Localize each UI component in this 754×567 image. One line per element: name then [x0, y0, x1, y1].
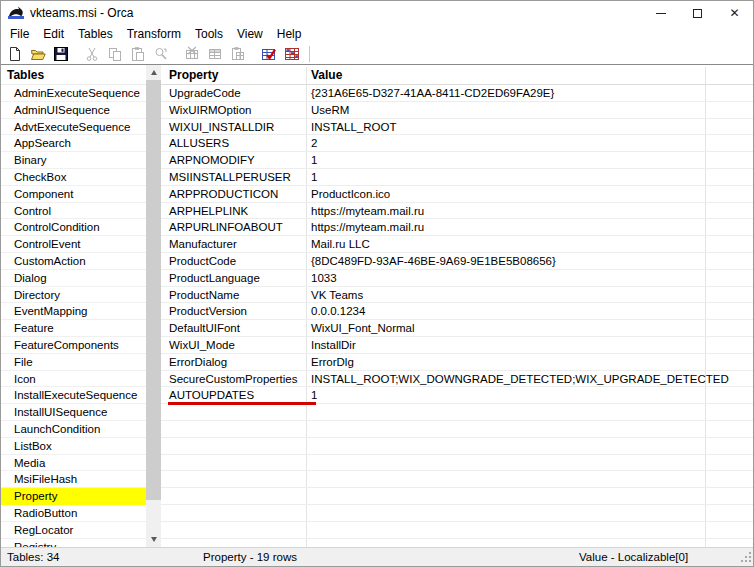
- sidebar-item-launchcondition[interactable]: LaunchCondition: [1, 421, 146, 438]
- sidebar-item-dialog[interactable]: Dialog: [1, 270, 146, 287]
- menu-tables[interactable]: Tables: [71, 26, 120, 42]
- property-cell[interactable]: ARPHELPLINK: [161, 203, 306, 220]
- sidebar-item-eventmapping[interactable]: EventMapping: [1, 303, 146, 320]
- value-cell[interactable]: 1: [306, 152, 317, 169]
- table-row[interactable]: ALLUSERS2: [161, 135, 753, 152]
- property-cell[interactable]: WixUI_Mode: [161, 337, 306, 354]
- sidebar-item-adminexecutesequence[interactable]: AdminExecuteSequence: [1, 85, 146, 102]
- property-cell[interactable]: SecureCustomProperties: [161, 371, 306, 388]
- sidebar-item-directory[interactable]: Directory: [1, 287, 146, 304]
- property-cell[interactable]: WixUIRMOption: [161, 102, 306, 119]
- table-row[interactable]: ManufacturerMail.ru LLC: [161, 236, 753, 253]
- value-cell[interactable]: ProductIcon.ico: [306, 186, 390, 203]
- tables-list[interactable]: AdminExecuteSequenceAdminUISequenceAdvtE…: [1, 85, 146, 547]
- sidebar-item-controlcondition[interactable]: ControlCondition: [1, 219, 146, 236]
- open-folder-icon[interactable]: [30, 46, 46, 62]
- close-button[interactable]: ✕: [716, 1, 753, 25]
- sidebar-item-control[interactable]: Control: [1, 203, 146, 220]
- value-cell[interactable]: INSTALL_ROOT;WIX_DOWNGRADE_DETECTED;WIX_…: [306, 371, 729, 388]
- sidebar-item-binary[interactable]: Binary: [1, 152, 146, 169]
- scroll-down-icon[interactable]: [146, 532, 161, 547]
- sidebar-scrollbar[interactable]: [146, 65, 161, 547]
- property-cell[interactable]: ARPNOMODIFY: [161, 152, 306, 169]
- table-row[interactable]: WixUIRMOptionUseRM: [161, 102, 753, 119]
- value-cell[interactable]: Mail.ru LLC: [306, 236, 370, 253]
- value-cell[interactable]: {8DC489FD-93AF-46BE-9A69-9E1BE5B08656}: [306, 253, 556, 270]
- table-row[interactable]: UpgradeCode{231A6E65-D327-41AA-8411-CD2E…: [161, 85, 753, 102]
- maximize-button[interactable]: [679, 1, 716, 25]
- property-cell[interactable]: MSIINSTALLPERUSER: [161, 169, 306, 186]
- table-row[interactable]: WixUI_ModeInstallDir: [161, 337, 753, 354]
- validate-icon[interactable]: [261, 46, 277, 62]
- table-row[interactable]: ProductCode{8DC489FD-93AF-46BE-9A69-9E1B…: [161, 253, 753, 270]
- property-cell[interactable]: ProductCode: [161, 253, 306, 270]
- value-cell[interactable]: 1033: [306, 270, 337, 287]
- sidebar-item-reglocator[interactable]: RegLocator: [1, 522, 146, 539]
- paste-icon[interactable]: [130, 46, 146, 62]
- find-icon[interactable]: [153, 46, 169, 62]
- property-cell[interactable]: ErrorDialog: [161, 354, 306, 371]
- column-header-property[interactable]: Property: [169, 68, 218, 82]
- title-bar[interactable]: vkteams.msi - Orca ✕: [1, 1, 753, 25]
- menu-file[interactable]: File: [3, 26, 36, 42]
- table-row[interactable]: ARPPRODUCTICONProductIcon.ico: [161, 186, 753, 203]
- menu-tools[interactable]: Tools: [188, 26, 230, 42]
- sidebar-item-radiobutton[interactable]: RadioButton: [1, 505, 146, 522]
- column-header-value[interactable]: Value: [311, 68, 342, 82]
- property-cell[interactable]: ARPURLINFOABOUT: [161, 219, 306, 236]
- property-cell[interactable]: Manufacturer: [161, 236, 306, 253]
- scrollbar-thumb[interactable]: [146, 80, 161, 500]
- value-cell[interactable]: InstallDir: [306, 337, 356, 354]
- sidebar-item-property[interactable]: Property: [1, 488, 146, 505]
- value-cell[interactable]: ErrorDlg: [306, 354, 354, 371]
- value-cell[interactable]: {231A6E65-D327-41AA-8411-CD2ED69FA29E}: [306, 85, 554, 102]
- sidebar-item-checkbox[interactable]: CheckBox: [1, 169, 146, 186]
- menu-help[interactable]: Help: [270, 26, 309, 42]
- value-cell[interactable]: INSTALL_ROOT: [306, 119, 396, 136]
- sidebar-item-installexecutesequence[interactable]: InstallExecuteSequence: [1, 387, 146, 404]
- resize-grip-icon[interactable]: [739, 550, 752, 565]
- property-cell[interactable]: UpgradeCode: [161, 85, 306, 102]
- menu-view[interactable]: View: [230, 26, 270, 42]
- export-tables-icon[interactable]: [284, 46, 300, 62]
- sidebar-item-advtexecutesequence[interactable]: AdvtExecuteSequence: [1, 119, 146, 136]
- sidebar-item-registry[interactable]: Registry: [1, 539, 146, 547]
- value-cell[interactable]: https://myteam.mail.ru: [306, 203, 424, 220]
- sidebar-item-file[interactable]: File: [1, 354, 146, 371]
- save-icon[interactable]: [53, 46, 69, 62]
- table-row[interactable]: ARPHELPLINKhttps://myteam.mail.ru: [161, 203, 753, 220]
- copy-rows-icon[interactable]: [207, 46, 223, 62]
- sidebar-item-media[interactable]: Media: [1, 455, 146, 472]
- property-table-body[interactable]: UpgradeCode{231A6E65-D327-41AA-8411-CD2E…: [161, 85, 753, 547]
- value-cell[interactable]: UseRM: [306, 102, 349, 119]
- value-cell[interactable]: 1: [306, 169, 317, 186]
- cut-icon[interactable]: [84, 46, 100, 62]
- property-cell[interactable]: ARPPRODUCTICON: [161, 186, 306, 203]
- property-cell[interactable]: ProductName: [161, 287, 306, 304]
- sidebar-item-adminuisequence[interactable]: AdminUISequence: [1, 102, 146, 119]
- table-row[interactable]: MSIINSTALLPERUSER1: [161, 169, 753, 186]
- copy-icon[interactable]: [107, 46, 123, 62]
- value-cell[interactable]: 2: [306, 135, 317, 152]
- menu-edit[interactable]: Edit: [36, 26, 71, 42]
- scroll-up-icon[interactable]: [146, 65, 161, 80]
- property-cell[interactable]: DefaultUIFont: [161, 320, 306, 337]
- property-cell[interactable]: ProductLanguage: [161, 270, 306, 287]
- value-cell[interactable]: VK Teams: [306, 287, 363, 304]
- paste-rows-icon[interactable]: [230, 46, 246, 62]
- sidebar-item-icon[interactable]: Icon: [1, 371, 146, 388]
- sidebar-item-msifilehash[interactable]: MsiFileHash: [1, 471, 146, 488]
- cut-rows-icon[interactable]: [184, 46, 200, 62]
- value-cell[interactable]: WixUI_Font_Normal: [306, 320, 415, 337]
- sidebar-item-featurecomponents[interactable]: FeatureComponents: [1, 337, 146, 354]
- property-cell[interactable]: ALLUSERS: [161, 135, 306, 152]
- table-row[interactable]: ARPURLINFOABOUThttps://myteam.mail.ru: [161, 219, 753, 236]
- sidebar-item-appsearch[interactable]: AppSearch: [1, 135, 146, 152]
- minimize-button[interactable]: [642, 1, 679, 25]
- sidebar-item-listbox[interactable]: ListBox: [1, 438, 146, 455]
- table-row[interactable]: ErrorDialogErrorDlg: [161, 354, 753, 371]
- property-cell[interactable]: ProductVersion: [161, 303, 306, 320]
- table-row[interactable]: WIXUI_INSTALLDIRINSTALL_ROOT: [161, 119, 753, 136]
- table-row[interactable]: AUTOUPDATES1: [161, 387, 753, 404]
- table-row[interactable]: DefaultUIFontWixUI_Font_Normal: [161, 320, 753, 337]
